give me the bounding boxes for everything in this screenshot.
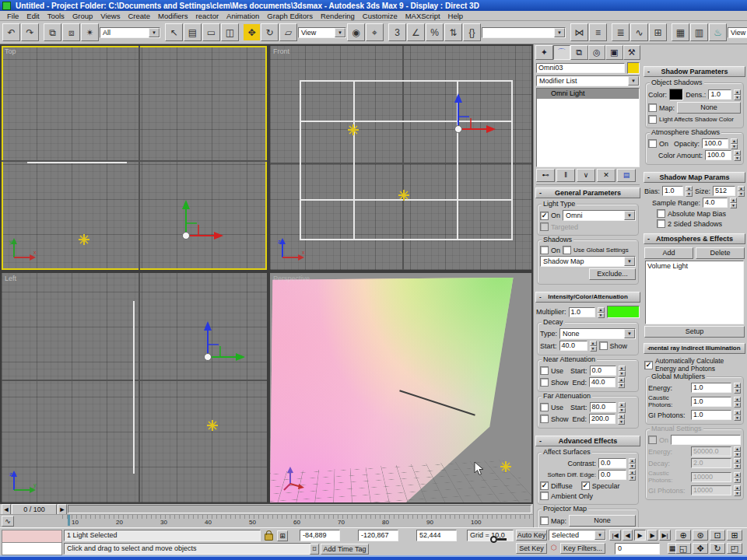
caustic-photons-field[interactable]: 1.0 <box>691 397 731 407</box>
effects-list-item[interactable]: Volume Light <box>646 261 743 271</box>
menu-edit[interactable]: Edit <box>23 12 43 20</box>
render-setup-icon[interactable]: ▥ <box>690 23 708 41</box>
hierarchy-tab-icon[interactable]: ⧉ <box>570 45 588 60</box>
unlink-selection-icon[interactable]: ⧈ <box>62 23 80 41</box>
near-start-field[interactable]: 0.0 <box>590 366 616 376</box>
light-color-swatch[interactable] <box>607 306 640 318</box>
viewport-config-dropdown[interactable]: View▼ <box>728 27 747 38</box>
plane-wireframe-edge[interactable] <box>27 162 127 163</box>
edit-named-selections-icon[interactable]: {} <box>463 23 481 41</box>
spinner[interactable]: ▲▼ <box>734 383 741 393</box>
menu-tools[interactable]: Tools <box>44 12 68 20</box>
far-show-checkbox[interactable] <box>540 415 549 423</box>
omni-light-gizmo[interactable] <box>500 461 511 472</box>
effects-list[interactable]: Volume Light <box>645 261 744 324</box>
select-and-manipulate-icon[interactable]: ⌖ <box>366 23 384 41</box>
specular-checkbox[interactable] <box>581 481 590 490</box>
maxscript-listener-pane[interactable] <box>2 542 62 555</box>
size-field[interactable]: 512 <box>713 186 735 196</box>
angle-snap-icon[interactable]: ∠ <box>407 23 425 41</box>
rollout-header[interactable]: -Shadow Parameters <box>644 66 745 77</box>
spinner[interactable]: ▲▼ <box>629 470 636 480</box>
current-frame-field[interactable]: 0 <box>615 543 660 555</box>
light-on-checkbox[interactable] <box>540 212 549 220</box>
percent-snap-icon[interactable]: % <box>426 23 444 41</box>
menu-rendering[interactable]: Rendering <box>317 12 359 20</box>
spinner[interactable]: ▲▼ <box>734 150 741 160</box>
sample-range-field[interactable]: 4.0 <box>703 198 728 208</box>
utilities-tab-icon[interactable]: ⚒ <box>623 45 641 60</box>
menu-reactor[interactable]: reactor <box>192 12 223 20</box>
remove-modifier-icon[interactable]: ✕ <box>597 169 615 182</box>
chevron-down-icon[interactable]: ▼ <box>149 28 160 37</box>
move-gizmo-selected-light[interactable] <box>200 320 250 365</box>
menu-views[interactable]: Views <box>96 12 124 20</box>
previous-frame-button[interactable]: ◀ <box>622 530 633 541</box>
rectangular-selection-region-icon[interactable]: ▭ <box>202 23 220 41</box>
shadow-color-swatch[interactable] <box>669 89 683 100</box>
window-crossing-icon[interactable]: ◫ <box>221 23 239 41</box>
make-unique-icon[interactable]: ∨ <box>577 169 595 182</box>
menu-file[interactable]: File <box>3 12 23 20</box>
select-and-rotate-icon[interactable]: ↻ <box>261 23 279 41</box>
delete-button[interactable]: Delete <box>696 247 745 259</box>
set-key-button[interactable]: Set Key <box>516 543 547 554</box>
arc-rotate-icon[interactable]: ↻ <box>710 543 725 554</box>
macro-recorder-pane[interactable] <box>2 530 62 543</box>
mirror-icon[interactable]: ⋈ <box>570 23 588 41</box>
color-amount-field[interactable]: 100.0 <box>705 150 731 160</box>
viewport-front-label[interactable]: Front <box>273 47 289 55</box>
select-and-scale-icon[interactable]: ▱ <box>279 23 297 41</box>
spinner[interactable]: ▲▼ <box>590 341 597 351</box>
spinner[interactable]: ▲▼ <box>598 307 605 317</box>
rollout-header[interactable]: -Atmospheres & Effects <box>644 233 745 244</box>
go-to-start-button[interactable]: |◀ <box>609 530 621 541</box>
menu-group[interactable]: Group <box>68 12 96 20</box>
play-button[interactable]: ▶ <box>634 530 646 541</box>
spinner-snap-icon[interactable]: ⇅ <box>444 23 462 41</box>
menu-animation[interactable]: Animation <box>223 12 263 20</box>
layer-manager-icon[interactable]: ≣ <box>612 23 630 41</box>
select-and-move-icon[interactable]: ✥ <box>244 24 260 40</box>
far-end-field[interactable]: 200.0 <box>589 414 615 424</box>
auto-key-button[interactable]: Auto Key <box>516 530 547 541</box>
shadow-map-checkbox[interactable] <box>648 103 657 112</box>
undo-icon[interactable]: ↶ <box>2 23 20 41</box>
light-affects-shadow-checkbox[interactable] <box>648 115 657 124</box>
spinner[interactable]: ▲▼ <box>734 410 741 420</box>
motion-tab-icon[interactable]: ◎ <box>588 45 606 60</box>
light-type-dropdown[interactable]: Omni▼ <box>563 210 636 221</box>
viewport-perspective[interactable]: Perspective <box>270 273 531 502</box>
time-back-arrow[interactable]: ◄ <box>2 504 11 515</box>
shadow-density-field[interactable]: 1.0 <box>708 89 731 100</box>
modifier-list-dropdown[interactable]: Modifier List▼ <box>536 75 640 86</box>
y-coord-field[interactable]: -120,867 <box>358 530 398 541</box>
rollout-header[interactable]: -General Parameters <box>535 187 640 198</box>
chevron-down-icon[interactable]: ▼ <box>554 28 565 37</box>
two-sided-shadows-checkbox[interactable] <box>657 219 665 228</box>
viewport-perspective-label[interactable]: Perspective <box>273 275 310 282</box>
viewport-top-label[interactable]: Top <box>5 47 16 55</box>
title-bar[interactable]: Untitled - Project Folder: C:\Documents … <box>0 0 747 11</box>
near-end-field[interactable]: 40.0 <box>589 377 615 387</box>
track-bar[interactable]: ∿ 10 20 30 40 50 60 70 80 90 100 <box>0 514 533 528</box>
current-frame-marker[interactable] <box>68 515 70 526</box>
spinner[interactable]: ▲▼ <box>734 89 741 100</box>
near-use-checkbox[interactable] <box>540 366 549 375</box>
select-by-name-icon[interactable]: ▤ <box>184 23 202 41</box>
spinner[interactable]: ▲▼ <box>686 186 693 196</box>
menu-modifiers[interactable]: Modifiers <box>154 12 192 20</box>
soften-field[interactable]: 0.0 <box>598 470 626 480</box>
add-time-tag-button[interactable]: Add Time Tag <box>321 544 369 555</box>
bind-to-space-warp-icon[interactable]: ✴ <box>81 23 99 41</box>
spinner[interactable]: ▲▼ <box>619 366 626 376</box>
bias-field[interactable]: 1.0 <box>662 186 683 196</box>
selection-filter-dropdown[interactable]: All▼ <box>100 27 160 38</box>
zoom-all-icon[interactable]: ⊛ <box>693 530 708 541</box>
atmosphere-on-checkbox[interactable] <box>648 139 657 148</box>
use-pivot-center-icon[interactable]: ◉ <box>347 23 365 41</box>
show-end-result-icon[interactable]: ‖ <box>556 169 575 182</box>
absolute-offset-toggle[interactable]: ⊞ <box>277 530 288 541</box>
chevron-down-icon[interactable]: ▼ <box>335 28 345 37</box>
gi-photons-field[interactable]: 1.0 <box>691 410 731 420</box>
